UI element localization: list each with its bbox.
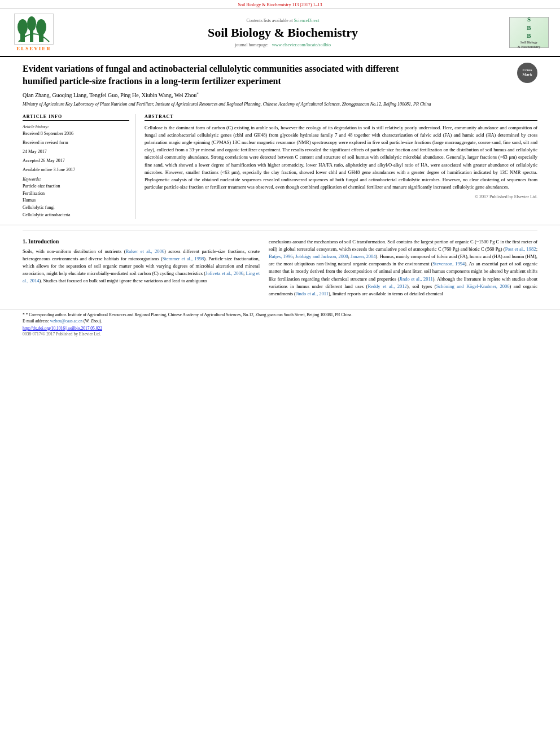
introduction-area: 1. Introduction Soils, with non-uniform … <box>0 235 560 307</box>
author-footnote-marker: * <box>196 91 199 96</box>
journal-logo-inner: SBB Soil Biology& Biochemistry <box>518 15 541 49</box>
authors-line: Qian Zhang, Guoqing Liang, Tengfei Guo, … <box>23 91 511 98</box>
journal-reference-text: Soil Biology & Biochemistry 113 (2017) 1… <box>238 2 322 7</box>
ref-batjes[interactable]: Batjes, 1996 <box>269 254 293 259</box>
abstract-label: ABSTRACT <box>145 114 537 121</box>
elsevier-wordmark: ELSEVIER <box>16 46 51 51</box>
ref-schoning[interactable]: Schöning and Kögel-Knabner, 2006 <box>436 283 510 289</box>
received-date-1: Received 8 September 2016 <box>23 130 129 137</box>
footnote-corresponding: * * Corresponding author. Institute of A… <box>23 312 537 318</box>
crossmark-icon: CrossMark <box>517 63 537 83</box>
authors-text: Qian Zhang, Guoqing Liang, Tengfei Guo, … <box>23 93 196 99</box>
keyword-2: Fertilization <box>23 190 129 198</box>
intro-left-column: 1. Introduction Soils, with non-uniform … <box>23 238 260 301</box>
affiliation-line: Ministry of Agriculture Key Laboratory o… <box>23 101 511 107</box>
ref-post[interactable]: Post et al., 1982 <box>505 246 536 252</box>
copyright-line: © 2017 Published by Elsevier Ltd. <box>145 194 537 199</box>
history-label: Article history: <box>23 124 129 129</box>
title-row: Evident variations of fungal and actinob… <box>23 63 537 112</box>
elsevier-logo-image <box>14 14 54 45</box>
doi-link[interactable]: http://dx.doi.org/10.1016/j.soilbio.2017… <box>23 326 102 331</box>
available-date: Available online 3 June 2017 <box>23 167 129 173</box>
intro-heading: 1. Introduction <box>23 238 260 244</box>
homepage-line: journal homepage: www.elsevier.com/locat… <box>62 42 504 47</box>
ref-balser[interactable]: Balser et al., <box>126 248 152 254</box>
svg-point-3 <box>27 16 36 31</box>
email-person: (W. Zhou). <box>84 318 102 324</box>
journal-title: Soil Biology & Biochemistry <box>62 25 504 40</box>
abstract-column: ABSTRACT Cellulose is the dominant form … <box>145 114 537 219</box>
ref-jindo2011[interactable]: Jindo et al., 2011 <box>399 276 433 282</box>
contents-text: Contents lists available at <box>247 18 293 23</box>
issn-line: 0038-0717/© 2017 Published by Elsevier L… <box>23 331 537 337</box>
ref-joliveta[interactable]: Joliveta et al., 2006 <box>205 270 243 276</box>
keyword-5: Cellulolytic actinobacteria <box>23 212 129 219</box>
keywords-list: Particle-size fraction Fertilization Hum… <box>23 183 129 219</box>
ref-jobbágy[interactable]: Jobbágy and Jackson, 2000 <box>295 254 348 259</box>
article-title: Evident variations of fungal and actinob… <box>23 63 418 87</box>
keyword-4: Cellulolytic fungi <box>23 204 129 212</box>
ref-stevenson[interactable]: Stevenson, 1994 <box>432 261 465 267</box>
article-info-label: ARTICLE INFO <box>23 114 129 121</box>
page: Soil Biology & Biochemistry 113 (2017) 1… <box>0 0 560 747</box>
keyword-3: Humus <box>23 197 129 204</box>
received-revised-date: 24 May 2017 <box>23 148 129 155</box>
journal-reference-bar: Soil Biology & Biochemistry 113 (2017) 1… <box>0 0 560 9</box>
elsevier-logo: ELSEVIER <box>11 14 56 51</box>
ref-stemmer[interactable]: Stemmer et al., 1998 <box>163 256 204 261</box>
footnote-email-line: E-mail address: wzhou@caas.ac.cn (W. Zho… <box>23 318 537 324</box>
contents-line: Contents lists available at ScienceDirec… <box>62 18 504 23</box>
two-column-section: ARTICLE INFO Article history: Received 8… <box>23 114 537 219</box>
section-divider <box>23 230 537 230</box>
ref-janzen[interactable]: Janzen, 2004 <box>351 254 375 259</box>
journal-title-area: Contents lists available at ScienceDirec… <box>56 18 509 47</box>
ref-jindo2011b[interactable]: Jindo et al., 2011 <box>296 291 329 296</box>
elsevier-tree-icon <box>18 15 50 44</box>
intro-paragraph-2: conclusions around the mechanisms of soi… <box>269 238 537 298</box>
accepted-date: Accepted 26 May 2017 <box>23 158 129 164</box>
footnote-area: * * Corresponding author. Institute of A… <box>0 309 560 338</box>
received-revised-label: Received in revised form <box>23 139 129 146</box>
email-label: E-mail address: <box>23 318 49 324</box>
ref-balser-year[interactable]: 2006 <box>155 248 164 254</box>
svg-point-5 <box>36 19 46 35</box>
journal-logo-box: SBB Soil Biology& Biochemistry <box>509 17 549 48</box>
article-area: Evident variations of fungal and actinob… <box>0 57 560 225</box>
ref-reddy[interactable]: Reddy et al., 2012 <box>368 283 406 289</box>
keyword-1: Particle-size fraction <box>23 183 129 190</box>
crossmark-area: CrossMark <box>517 63 537 83</box>
sciencedirect-link[interactable]: ScienceDirect <box>294 18 320 23</box>
homepage-text: journal homepage: <box>235 42 269 47</box>
intro-paragraph-1: Soils, with non-uniform distribution of … <box>23 248 260 285</box>
footnote-corresponding-text: * Corresponding author. Institute of Agr… <box>26 312 353 317</box>
article-info-column: ARTICLE INFO Article history: Received 8… <box>23 114 135 219</box>
email-link[interactable]: wzhou@caas.ac.cn <box>50 318 82 324</box>
keywords-label: Keywords: <box>23 177 129 182</box>
journal-header: ELSEVIER Contents lists available at Sci… <box>0 9 560 57</box>
homepage-link[interactable]: www.elsevier.com/locate/soilbio <box>272 42 331 47</box>
doi-line: http://dx.doi.org/10.1016/j.soilbio.2017… <box>23 326 537 331</box>
intro-right-column: conclusions around the mechanisms of soi… <box>269 238 537 301</box>
svg-point-1 <box>18 19 28 35</box>
abstract-text: Cellulose is the dominant form of carbon… <box>145 124 537 191</box>
